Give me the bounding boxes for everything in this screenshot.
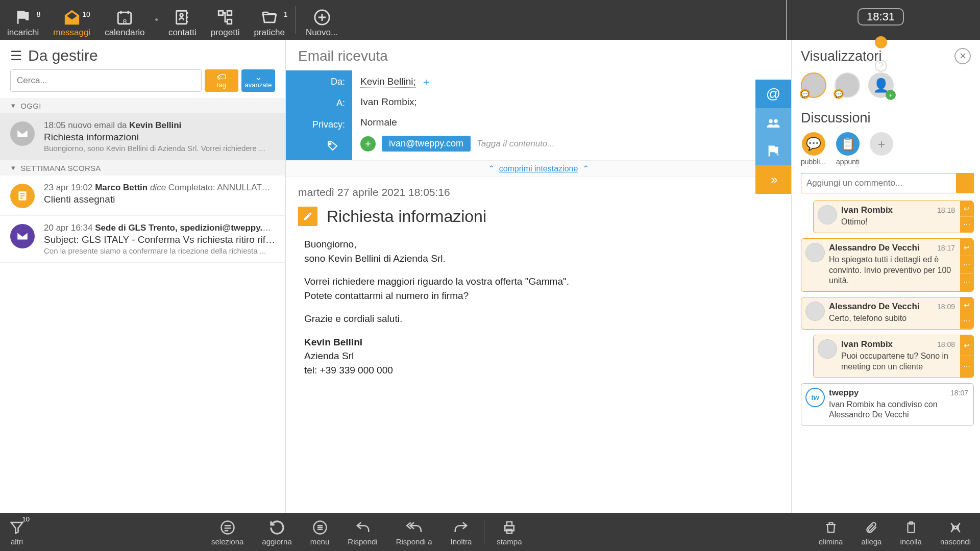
nav-contatti[interactable]: contatti: [161, 0, 204, 40]
discussions-title: Discussioni: [801, 110, 974, 126]
tag-filter-button[interactable]: 🏷 tag: [205, 69, 238, 92]
to-value: Ivan Rombix;: [360, 95, 783, 109]
message-item[interactable]: 23 apr 19:02 Marco Bettin dice Completat…: [0, 176, 285, 216]
print-button[interactable]: stampa: [487, 513, 531, 551]
reply-icon[interactable]: ↩: [960, 335, 973, 356]
nav-incarichi[interactable]: 8 incarichi: [0, 0, 46, 40]
filter-altri-button[interactable]: altri 10: [0, 513, 34, 551]
comment-item[interactable]: Ivan Rombix18:08 Puoi occupartene tu? So…: [813, 335, 974, 378]
speech-icon: 💬: [802, 132, 825, 156]
email-tag[interactable]: ivan@tweppy.com: [382, 136, 471, 152]
viewer-avatar[interactable]: 💬: [801, 72, 826, 98]
message-meta: 20 apr 16:34 Sede di GLS Trento, spedizi…: [44, 223, 275, 233]
more-icon[interactable]: ⋯: [960, 356, 973, 377]
comment-item[interactable]: Alessandro De Vecchi18:09 Certo, telefon…: [801, 297, 974, 330]
reply-icon[interactable]: ↩: [960, 239, 973, 256]
forward-button[interactable]: Inoltra: [442, 513, 481, 551]
nav-messaggi[interactable]: 10 messaggi: [46, 0, 97, 40]
badge: 8: [36, 6, 40, 23]
more-icon[interactable]: ⋯: [960, 313, 973, 329]
nav-label: messaggi: [53, 28, 90, 38]
nav-progetti[interactable]: progetti: [204, 0, 247, 40]
flag-plus-icon[interactable]: +: [755, 137, 791, 165]
collapse-header-toggle[interactable]: ⌃ comprimi intestazione ⌃: [286, 160, 791, 177]
svg-text:+: +: [776, 151, 780, 158]
message-meta: 18:05 nuovo email da Kevin Bellini: [44, 120, 275, 131]
panel-title: Da gestire: [28, 47, 98, 64]
paste-button[interactable]: incolla: [891, 513, 931, 551]
menu-icon[interactable]: ☰: [10, 48, 22, 64]
reply-icon: [355, 519, 371, 536]
plus-circle-icon: [313, 7, 331, 28]
email-action-rail: @ + »: [755, 80, 791, 194]
badge: 10: [82, 6, 90, 23]
section-today: ▾ OGGI: [0, 98, 285, 113]
from-value[interactable]: Kevin Bellini;: [360, 76, 416, 88]
viewers-list: 💬 💬 👤+: [801, 64, 974, 110]
comments-list: Ivan Rombix18:18 Ottimo! ↩⋯ Alessandro D…: [801, 201, 974, 426]
more-icon[interactable]: ⋯: [960, 274, 973, 291]
message-item[interactable]: 20 apr 16:34 Sede di GLS Trento, spedizi…: [0, 216, 285, 263]
more-icon[interactable]: ⋯: [960, 256, 973, 273]
calendar-icon: 8: [115, 7, 134, 28]
message-item[interactable]: 18:05 nuovo email da Kevin Bellini Richi…: [0, 113, 285, 160]
message-meta: 23 apr 19:02 Marco Bettin dice Completat…: [44, 183, 275, 193]
viewer-avatar[interactable]: 💬: [835, 72, 860, 98]
attach-button[interactable]: allega: [852, 513, 891, 551]
edit-subject-button[interactable]: [298, 207, 317, 226]
advanced-filter-button[interactable]: ⌄ avanzate: [241, 69, 275, 92]
expand-arrows-icon[interactable]: »: [755, 165, 791, 194]
tab-public[interactable]: 💬pubbli...: [801, 132, 826, 166]
trash-icon: [824, 519, 838, 536]
svg-point-2: [180, 14, 183, 17]
section-lastweek: ▾ SETTIMANA SCORSA: [0, 160, 285, 176]
comment-item[interactable]: Ivan Rombix18:18 Ottimo! ↩⋯: [813, 201, 974, 233]
close-panel-button[interactable]: ✕: [954, 48, 971, 64]
search-input[interactable]: [10, 69, 202, 92]
separator: [484, 520, 484, 544]
tab-add[interactable]: ＋: [870, 132, 893, 166]
mail-icon: [10, 121, 35, 146]
svg-point-21: [954, 526, 957, 529]
nav-pratiche[interactable]: 1 pratiche: [247, 0, 291, 40]
svg-rect-4: [227, 11, 232, 15]
select-button[interactable]: seleziona: [202, 513, 253, 551]
hide-button[interactable]: nascondi: [931, 513, 980, 551]
reply-button[interactable]: Rispondi: [338, 513, 386, 551]
nav-nuovo[interactable]: Nuovo...: [299, 0, 345, 40]
email-metadata: Da: A: Privacy: Kevin Bellini; ＋ Ivan Ro…: [286, 70, 791, 160]
reply-icon[interactable]: ↩: [960, 201, 973, 217]
more-icon[interactable]: ⋯: [960, 217, 973, 233]
delete-button[interactable]: elimina: [810, 513, 852, 551]
chevron-down-icon: ⌄: [255, 73, 262, 81]
clipboard-icon: 📋: [836, 132, 860, 156]
message-subject: Subject: GLS ITALY - Conferma Vs richies…: [44, 234, 275, 245]
separator: [295, 6, 296, 34]
submit-comment-button[interactable]: [957, 173, 974, 193]
comment-input[interactable]: [801, 173, 957, 193]
menu-button[interactable]: menu: [301, 513, 339, 551]
reply-all-button[interactable]: Rispondi a: [387, 513, 442, 551]
plus-icon: +: [886, 90, 896, 100]
add-contact-icon[interactable]: ＋: [421, 75, 431, 89]
chevron-up-icon: ⌃: [488, 164, 495, 173]
tab-notes[interactable]: 📋appunti: [836, 132, 860, 166]
chat-icon: 💬: [800, 89, 810, 99]
nav-calendario[interactable]: 8 calendario: [97, 0, 152, 40]
comment-item[interactable]: Alessandro De Vecchi18:17 Ho spiegato tu…: [801, 238, 974, 292]
message-preview: Buongiorno, sono Kevin Bellini di Aziend…: [44, 144, 275, 153]
avatar: [818, 339, 837, 359]
at-icon[interactable]: @: [755, 80, 791, 108]
people-icon[interactable]: [755, 108, 791, 137]
add-tag-button[interactable]: ＋: [360, 136, 376, 152]
tag-placeholder[interactable]: Tagga il contenuto...: [477, 139, 555, 149]
svg-point-11: [769, 119, 773, 123]
email-view: Email ricevuta Da: A: Privacy: Kevin Bel…: [286, 40, 791, 513]
svg-rect-5: [227, 19, 232, 24]
reply-icon[interactable]: ↩: [960, 297, 973, 313]
chevron-up-icon: ⌃: [582, 164, 589, 173]
message-list-panel: ☰ Da gestire 🏷 tag ⌄ avanzate ▾ OGGI 18:…: [0, 40, 286, 513]
refresh-button[interactable]: aggiorna: [253, 513, 301, 551]
list-check-icon: [220, 519, 235, 536]
add-viewer-button[interactable]: 👤+: [868, 72, 894, 98]
